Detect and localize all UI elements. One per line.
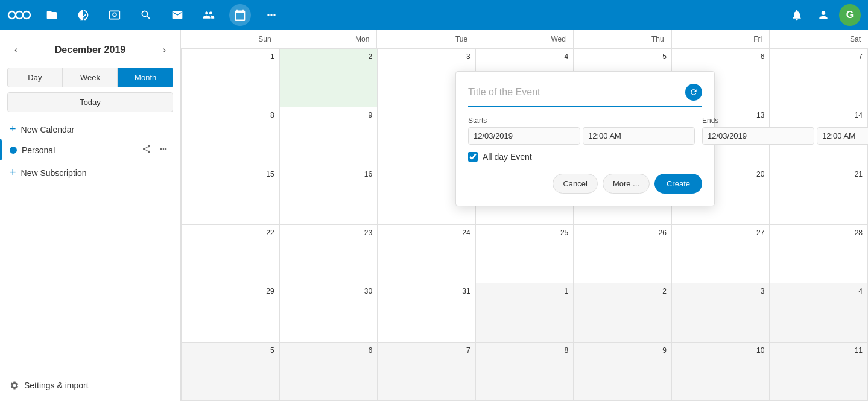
day-view-button[interactable]: Day: [7, 68, 63, 87]
settings-label: Settings & import: [24, 380, 89, 390]
nav-search-icon[interactable]: [135, 4, 157, 26]
end-time-input[interactable]: [817, 127, 868, 145]
settings-gear-icon: [10, 380, 19, 390]
svg-point-5: [24, 12, 30, 18]
calendar-color-dot: [10, 147, 17, 154]
event-color-button[interactable]: [685, 84, 702, 101]
nav-photos-icon[interactable]: [104, 4, 125, 26]
svg-point-3: [9, 12, 15, 18]
ends-group: Ends: [702, 116, 868, 145]
modal-overlay: Starts Ends: [181, 30, 868, 401]
nav-contacts-icon[interactable]: [198, 4, 220, 26]
all-day-label[interactable]: All day Event: [483, 152, 532, 162]
new-subscription-plus-icon: +: [10, 166, 16, 179]
sidebar: ‹ December 2019 › Day Week Month Today +…: [0, 30, 181, 401]
mini-cal-header: ‹ December 2019 ›: [0, 37, 180, 63]
new-calendar-label: New Calendar: [21, 125, 75, 134]
start-datetime-row: [468, 127, 695, 145]
next-month-button[interactable]: ›: [158, 42, 171, 58]
app-layout: ‹ December 2019 › Day Week Month Today +…: [0, 30, 868, 401]
svg-point-4: [16, 12, 22, 18]
start-date-input[interactable]: [468, 127, 580, 145]
starts-group: Starts: [468, 116, 695, 145]
new-calendar-plus-icon: +: [10, 123, 16, 136]
new-calendar-button[interactable]: + New Calendar: [0, 119, 180, 139]
today-button[interactable]: Today: [7, 92, 173, 112]
nav-files-icon[interactable]: [41, 4, 63, 26]
all-day-checkbox[interactable]: [468, 152, 478, 162]
event-creation-modal: Starts Ends: [455, 71, 715, 206]
nextcloud-logo-icon: [7, 8, 31, 22]
nav-activity-icon[interactable]: [72, 4, 94, 26]
current-month-label: December 2019: [55, 45, 125, 55]
modal-title-row: [468, 84, 702, 107]
navbar: G: [0, 0, 868, 30]
week-view-button[interactable]: Week: [63, 68, 118, 87]
nav-mail-icon[interactable]: [166, 4, 188, 26]
user-avatar[interactable]: G: [839, 4, 861, 26]
user-profile-icon[interactable]: [813, 4, 834, 26]
ends-label: Ends: [702, 116, 868, 125]
more-calendar-button[interactable]: [156, 143, 171, 157]
active-indicator: [0, 139, 2, 160]
share-calendar-button[interactable]: [139, 143, 154, 157]
new-subscription-label: New Subscription: [21, 168, 87, 178]
modal-dates: Starts Ends: [468, 116, 702, 145]
app-logo: [7, 8, 31, 22]
notifications-icon[interactable]: [786, 4, 808, 26]
modal-actions: Cancel More ... Create: [468, 174, 702, 194]
end-datetime-row: [702, 127, 868, 145]
prev-month-button[interactable]: ‹: [10, 42, 22, 58]
cancel-button[interactable]: Cancel: [553, 174, 597, 194]
view-toggle: Day Week Month: [7, 68, 173, 87]
calendar-main: Sun Mon Tue Wed Thu Fri Sat 1 2 3 4 5 6 …: [181, 30, 868, 401]
all-day-row: All day Event: [468, 152, 702, 162]
new-subscription-button[interactable]: + New Subscription: [0, 163, 180, 183]
create-button[interactable]: Create: [654, 174, 702, 194]
starts-label: Starts: [468, 116, 695, 125]
event-title-input[interactable]: [468, 87, 680, 98]
more-button[interactable]: More ...: [603, 174, 650, 194]
refresh-icon: [689, 88, 698, 96]
calendar-actions: [139, 143, 171, 157]
end-date-input[interactable]: [702, 127, 814, 145]
nav-calendar-icon[interactable]: [229, 4, 251, 26]
personal-calendar-item[interactable]: Personal: [0, 139, 180, 160]
start-time-input[interactable]: [583, 127, 695, 145]
nav-more-icon[interactable]: [261, 4, 282, 26]
navbar-right: G: [786, 4, 861, 26]
month-view-button[interactable]: Month: [118, 68, 173, 87]
personal-calendar-label: Personal: [22, 145, 135, 155]
settings-button[interactable]: Settings & import: [0, 377, 180, 394]
